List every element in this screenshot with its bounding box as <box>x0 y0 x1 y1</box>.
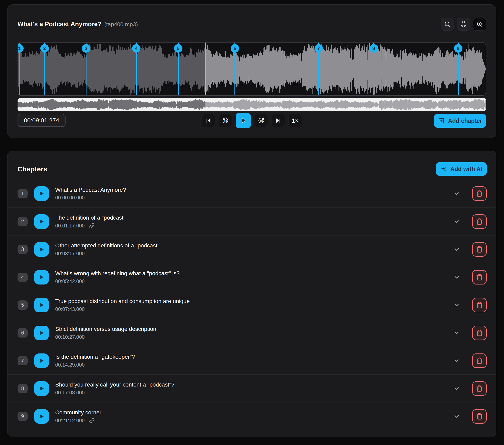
chapter-marker[interactable]: 5 <box>174 44 182 53</box>
chevron-down-icon <box>453 330 460 336</box>
chapter-delete-button[interactable] <box>472 242 487 257</box>
chapters-header: Chapters Add with AI <box>18 162 487 176</box>
skip-to-start-button[interactable] <box>202 114 215 127</box>
chapter-play-button[interactable] <box>34 270 49 284</box>
chapter-marker[interactable]: 6 <box>231 44 239 53</box>
chapter-row: 2 The definition of a "podcast" 00:01:17… <box>7 207 496 235</box>
chapter-marker[interactable]: 8 <box>370 44 378 53</box>
chapter-play-button[interactable] <box>34 326 49 340</box>
add-with-ai-button[interactable]: Add with AI <box>436 162 487 176</box>
chapter-marker[interactable]: 4 <box>132 44 141 53</box>
chapter-row: 3 Other attempted definitions of a "podc… <box>7 235 496 263</box>
play-icon <box>240 117 247 124</box>
chapter-title: Is the definition a "gatekeeper"? <box>55 353 453 360</box>
chapter-row: 5 True podcast distribution and consumpt… <box>7 291 496 319</box>
chapter-expand-button[interactable] <box>453 302 460 309</box>
chapter-title: True podcast distribution and consumptio… <box>55 298 453 305</box>
chapter-list: 1 What's a Podcast Anymore? 00:00:00.000… <box>7 180 496 430</box>
chapter-timestamp: 00:21:12.000 <box>55 418 85 424</box>
chapters-heading: Chapters <box>18 165 47 173</box>
chapter-delete-button[interactable] <box>472 270 487 284</box>
add-chapter-button[interactable]: Add chapter <box>434 114 486 128</box>
chapter-title: What's wrong with redefining what a "pod… <box>55 270 453 277</box>
chapter-play-button[interactable] <box>34 381 49 396</box>
chapter-play-button[interactable] <box>34 353 49 368</box>
play-icon <box>39 358 44 364</box>
chapter-info: Other attempted definitions of a "podcas… <box>55 242 453 257</box>
skip-to-end-icon <box>275 117 281 124</box>
chevron-down-icon <box>453 385 460 392</box>
waveform[interactable]: 123456789 <box>18 42 486 96</box>
chapter-expand-button[interactable] <box>453 385 460 392</box>
chapter-expand-button[interactable] <box>453 274 460 281</box>
chapter-expand-button[interactable] <box>453 330 460 336</box>
play-button[interactable] <box>236 113 251 128</box>
chapter-marker[interactable]: 2 <box>40 44 49 53</box>
minimap[interactable] <box>18 98 486 111</box>
chapter-marker[interactable]: 3 <box>82 44 90 53</box>
chevron-down-icon <box>453 357 460 364</box>
chapter-row: 7 Is the definition a "gatekeeper"? 00:1… <box>7 347 496 374</box>
chapter-expand-button[interactable] <box>453 357 460 364</box>
chapter-info: The definition of a "podcast" 00:01:17.0… <box>55 214 453 229</box>
playhead[interactable] <box>205 42 206 95</box>
skip-to-end-button[interactable] <box>271 114 285 127</box>
chapter-info: Is the definition a "gatekeeper"? 00:14:… <box>55 353 453 368</box>
forward-15-icon: 15 <box>258 117 265 124</box>
chapter-info: Community corner 00:21:12.000 <box>55 409 453 424</box>
chapter-info: What's a Podcast Anymore? 00:00:00.000 <box>55 186 453 201</box>
chapter-delete-button[interactable] <box>472 326 487 340</box>
chapter-play-button[interactable] <box>34 298 49 312</box>
chapter-delete-button[interactable] <box>472 214 487 229</box>
chapter-expand-button[interactable] <box>453 246 460 253</box>
add-with-ai-label: Add with AI <box>450 166 482 172</box>
zoom-out-button[interactable] <box>441 18 454 31</box>
chapter-row: 4 What's wrong with redefining what a "p… <box>7 263 496 291</box>
chapter-expand-button[interactable] <box>453 190 460 197</box>
chapter-play-button[interactable] <box>34 186 49 201</box>
zoom-in-button[interactable] <box>473 18 486 31</box>
trash-icon <box>476 302 483 309</box>
chapter-play-button[interactable] <box>34 214 49 229</box>
zoom-in-icon <box>476 21 483 28</box>
play-icon <box>39 330 44 336</box>
chapter-delete-button[interactable] <box>472 353 487 368</box>
trash-icon <box>476 413 483 420</box>
chevron-down-icon <box>453 274 460 281</box>
chapter-row: 8 Should you really call your content a … <box>7 374 496 402</box>
fit-view-button[interactable] <box>457 18 470 31</box>
chapter-meta: 00:05:42.000 <box>55 278 453 284</box>
chapter-timestamp: 00:00:00.000 <box>55 195 85 201</box>
chapter-play-button[interactable] <box>34 409 49 424</box>
chapter-delete-button[interactable] <box>472 186 487 201</box>
chapter-timestamp: 00:10:27.000 <box>55 334 85 340</box>
chapter-expand-button[interactable] <box>453 413 460 420</box>
chevron-down-icon <box>453 246 460 253</box>
playback-speed-button[interactable]: 1× <box>288 114 302 127</box>
link-icon <box>89 223 94 228</box>
skip-to-start-icon <box>205 117 212 124</box>
chapter-marker[interactable]: 7 <box>314 44 323 53</box>
chevron-down-icon <box>453 190 460 197</box>
chapter-expand-button[interactable] <box>453 218 460 225</box>
rewind-15-button[interactable]: 15 <box>219 114 232 127</box>
chapter-timestamp: 00:17:08.000 <box>55 390 85 396</box>
chapter-delete-button[interactable] <box>472 381 487 396</box>
trash-icon <box>476 330 483 336</box>
chapter-number-badge: 2 <box>18 217 28 226</box>
episode-title: What's a Podcast Anymore? <box>18 20 101 28</box>
chapter-delete-button[interactable] <box>472 409 487 424</box>
chapter-meta: 00:21:12.000 <box>55 418 453 424</box>
chapter-timestamp: 00:07:43.000 <box>55 306 85 312</box>
chapter-info: Strict definition versus usage descripti… <box>55 326 453 340</box>
forward-15-button[interactable]: 15 <box>255 114 268 127</box>
chapter-meta: 00:07:43.000 <box>55 306 453 312</box>
chapter-play-button[interactable] <box>34 242 49 257</box>
chapter-title: Strict definition versus usage descripti… <box>55 326 453 333</box>
chapter-number-badge: 6 <box>18 328 28 337</box>
chapter-info: True podcast distribution and consumptio… <box>55 298 453 312</box>
sparkles-icon <box>440 166 447 172</box>
minimap-canvas[interactable] <box>18 98 486 111</box>
chapter-delete-button[interactable] <box>472 298 487 312</box>
chapter-marker[interactable]: 9 <box>454 44 463 53</box>
